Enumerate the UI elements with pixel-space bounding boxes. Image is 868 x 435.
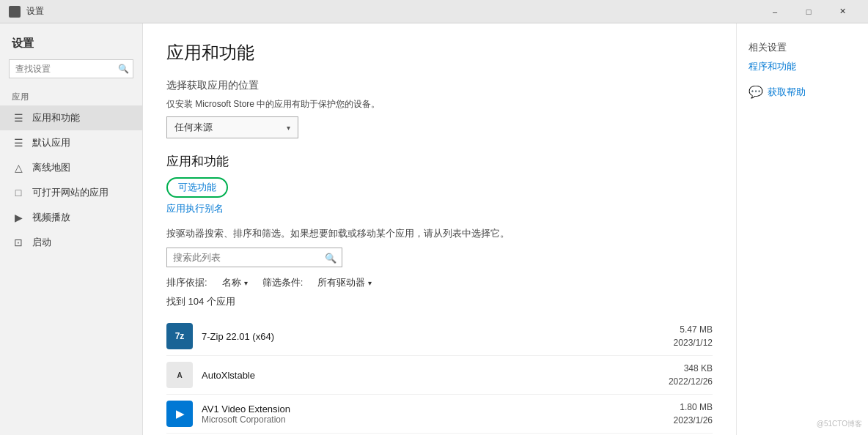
optional-features-button[interactable]: 可选功能: [166, 177, 228, 198]
app-search-input[interactable]: [166, 248, 342, 267]
default-apps-icon: ☰: [12, 137, 25, 149]
help-icon: 💬: [749, 85, 763, 99]
sidebar-search-input[interactable]: [9, 59, 133, 78]
settings-icon: [9, 6, 21, 18]
title-bar-left: 设置: [9, 5, 44, 18]
sidebar-item-apps-features[interactable]: ☰ 应用和功能: [0, 105, 142, 130]
sidebar-item-video[interactable]: ▶ 视频播放: [0, 205, 142, 230]
search-description: 按驱动器搜索、排序和筛选。如果想要卸载或移动某个应用，请从列表中选择它。: [166, 227, 713, 240]
websites-icon: □: [12, 187, 25, 198]
app-size: 1.80 MB: [674, 401, 713, 414]
app-exec-link[interactable]: 应用执行别名: [166, 202, 713, 215]
maximize-button[interactable]: □: [792, 0, 825, 23]
app-info: AV1 Video Extension Microsoft Corporatio…: [202, 404, 665, 425]
sidebar-item-default-apps[interactable]: ☰ 默认应用: [0, 130, 142, 155]
sidebar-section-label: 应用: [0, 87, 142, 105]
source-dropdown[interactable]: 任何来源 ▾: [166, 116, 298, 138]
app-size: 348 KB: [669, 362, 713, 375]
app-meta: 1.80 MB 2023/1/26: [674, 401, 713, 427]
app-info: AutoXlstable: [202, 370, 660, 381]
apps-features-icon: ☰: [12, 112, 25, 124]
sidebar-header: 设置: [0, 29, 142, 56]
right-panel: 相关设置 程序和功能 💬 获取帮助: [736, 23, 868, 435]
app-name: 7-Zip 22.01 (x64): [202, 331, 665, 342]
app-icon: A: [166, 362, 193, 388]
content-area: 应用和功能 选择获取应用的位置 仅安装 Microsoft Store 中的应用…: [143, 23, 736, 435]
app-name: AutoXlstable: [202, 370, 660, 381]
app-publisher: Microsoft Corporation: [202, 414, 665, 425]
sidebar-search-wrapper: 🔍: [9, 59, 133, 78]
sidebar-item-label: 离线地图: [32, 161, 70, 174]
title-bar-controls: – □ ✕: [758, 0, 859, 23]
app-date: 2023/1/26: [674, 414, 713, 427]
filter-row: 排序依据: 名称 ▾ 筛选条件: 所有驱动器 ▾: [166, 276, 713, 289]
app-search-icon: 🔍: [325, 252, 336, 263]
sidebar-item-websites[interactable]: □ 可打开网站的应用: [0, 180, 142, 205]
help-row: 💬 获取帮助: [749, 85, 856, 99]
install-note: 仅安装 Microsoft Store 中的应用有助于保护您的设备。: [166, 98, 713, 111]
app-item[interactable]: A AutoXlstable 348 KB 2022/12/26: [166, 356, 713, 395]
watermark: @51CTO博客: [817, 419, 862, 429]
app-date: 2023/1/12: [674, 336, 713, 349]
apps-count: 找到 104 个应用: [166, 295, 713, 308]
app-item[interactable]: 7z 7-Zip 22.01 (x64) 5.47 MB 2023/1/12: [166, 317, 713, 356]
sort-value: 名称: [222, 276, 241, 289]
main-layout: 设置 🔍 应用 ☰ 应用和功能 ☰ 默认应用 △ 离线地图 □ 可打开网站的应用…: [0, 23, 868, 435]
sidebar-item-label: 视频播放: [32, 211, 70, 224]
app-icon: ▶: [166, 401, 193, 427]
sidebar-item-label: 启动: [32, 236, 51, 249]
close-button[interactable]: ✕: [825, 0, 859, 23]
app-icon: 7z: [166, 323, 193, 349]
sidebar-item-label: 默认应用: [32, 136, 70, 149]
video-icon: ▶: [12, 212, 25, 223]
app-meta: 5.47 MB 2023/1/12: [674, 323, 713, 349]
source-dropdown-arrow: ▾: [287, 124, 290, 132]
sort-arrow: ▾: [244, 279, 248, 287]
related-settings-label: 相关设置: [749, 41, 856, 54]
sidebar: 设置 🔍 应用 ☰ 应用和功能 ☰ 默认应用 △ 离线地图 □ 可打开网站的应用…: [0, 23, 143, 435]
install-location-label: 选择获取应用的位置: [166, 79, 713, 92]
app-info: 7-Zip 22.01 (x64): [202, 331, 665, 342]
filter-arrow: ▾: [368, 279, 372, 287]
apps-section-title: 应用和功能: [166, 153, 713, 170]
get-help-link[interactable]: 获取帮助: [768, 86, 806, 99]
app-search-wrapper: 🔍: [166, 248, 342, 267]
app-item[interactable]: ▶ AV1 Video Extension Microsoft Corporat…: [166, 395, 713, 434]
filter-value: 所有驱动器: [317, 276, 365, 289]
sort-label: 排序依据:: [166, 276, 207, 289]
minimize-button[interactable]: –: [758, 0, 792, 23]
sidebar-item-label: 应用和功能: [32, 111, 80, 124]
title-bar: 设置 – □ ✕: [0, 0, 868, 23]
sort-dropdown[interactable]: 名称 ▾: [222, 276, 248, 289]
sidebar-search-icon: 🔍: [118, 64, 129, 74]
app-list: 7z 7-Zip 22.01 (x64) 5.47 MB 2023/1/12 A…: [166, 317, 713, 435]
title-bar-title: 设置: [26, 5, 44, 18]
app-size: 5.47 MB: [674, 323, 713, 336]
app-date: 2022/12/26: [669, 375, 713, 388]
source-dropdown-value: 任何来源: [174, 121, 213, 134]
filter-dropdown[interactable]: 所有驱动器 ▾: [317, 276, 372, 289]
app-name: AV1 Video Extension: [202, 404, 665, 414]
app-meta: 348 KB 2022/12/26: [669, 362, 713, 388]
filter-label: 筛选条件:: [262, 276, 304, 289]
sidebar-item-maps[interactable]: △ 离线地图: [0, 155, 142, 180]
sidebar-item-label: 可打开网站的应用: [32, 186, 108, 199]
page-title: 应用和功能: [166, 41, 713, 64]
programs-features-link[interactable]: 程序和功能: [749, 60, 856, 73]
maps-icon: △: [12, 162, 25, 174]
sidebar-item-startup[interactable]: ⊡ 启动: [0, 230, 142, 255]
source-dropdown-wrapper: 任何来源 ▾: [166, 116, 713, 138]
startup-icon: ⊡: [12, 237, 25, 248]
